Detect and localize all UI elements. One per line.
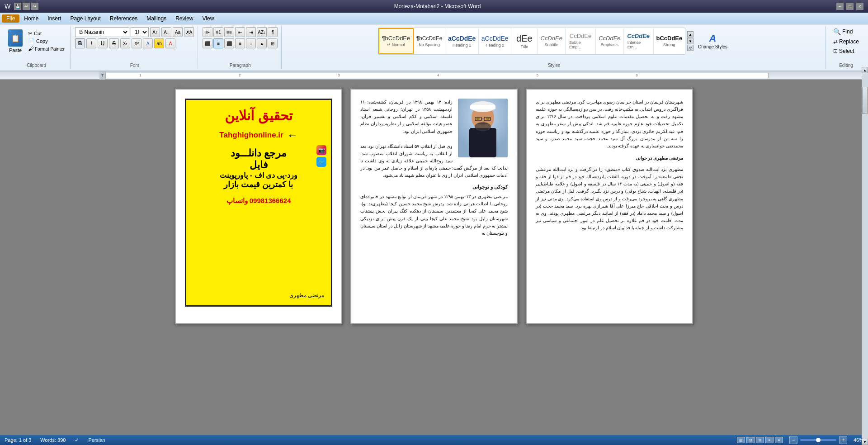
scroll-down-button[interactable]: ▼ bbox=[862, 439, 868, 445]
paste-button[interactable]: 📋 Paste bbox=[6, 28, 24, 54]
format-painter-button[interactable]: 🖌 Format Painter bbox=[26, 45, 66, 52]
style-title[interactable]: dEe Title bbox=[511, 28, 538, 54]
paste-label: Paste bbox=[9, 47, 22, 53]
ruler-mark-4: 4 bbox=[437, 73, 439, 77]
select-icon: ⊡ bbox=[833, 48, 838, 54]
language-indicator[interactable]: Persian bbox=[88, 437, 105, 443]
find-icon: 🔍 bbox=[833, 28, 841, 35]
social-icons: 📷 🐦 bbox=[316, 145, 326, 167]
ribbon: 📋 Paste ✂ Cut 📄 Copy 🖌 bbox=[0, 24, 868, 71]
grow-font-button[interactable]: A↑ bbox=[150, 27, 160, 37]
style-scroll-up[interactable]: ▲ bbox=[687, 31, 693, 38]
menu-item-mailings[interactable]: Mailings bbox=[142, 14, 171, 23]
editing-label: Editing bbox=[827, 62, 865, 68]
zoom-slider[interactable] bbox=[800, 439, 836, 441]
zoom-in-button[interactable]: + bbox=[839, 436, 847, 444]
show-hide-button[interactable]: ¶ bbox=[268, 27, 278, 37]
draft-icon[interactable]: ≡ bbox=[775, 437, 783, 443]
superscript-button[interactable]: X² bbox=[132, 38, 142, 48]
list-row: ≡• ≡1 ≡≡ ⇤ ⇥ AZ↓ ¶ bbox=[203, 27, 278, 37]
outline-icon[interactable]: ≡ bbox=[765, 437, 774, 443]
style-subtitle[interactable]: CcDdEe Subtitle bbox=[538, 28, 566, 54]
instagram-icon[interactable]: 📷 bbox=[316, 145, 326, 155]
style-strong[interactable]: bCcDdEe Strong bbox=[654, 28, 685, 54]
italic-button[interactable]: I bbox=[86, 38, 96, 48]
twitter-icon[interactable]: 🐦 bbox=[316, 157, 326, 167]
decrease-indent-button[interactable]: ⇤ bbox=[235, 27, 245, 37]
ruler-corner[interactable]: ⊤ bbox=[99, 71, 106, 80]
menu-item-insert[interactable]: Insert bbox=[43, 14, 66, 23]
numbering-button[interactable]: ≡1 bbox=[213, 27, 223, 37]
line-spacing-button[interactable]: ↕ bbox=[246, 38, 256, 48]
replace-button[interactable]: ⇄ Replace bbox=[830, 38, 862, 46]
sort-button[interactable]: AZ↓ bbox=[257, 27, 267, 37]
style-scroll-more[interactable]: ▽ bbox=[687, 45, 693, 51]
replace-icon: ⇄ bbox=[833, 38, 838, 45]
bold-button[interactable]: B bbox=[75, 38, 85, 48]
ruler-mark-6: 6 bbox=[636, 73, 637, 77]
borders-button[interactable]: ⊞ bbox=[268, 38, 278, 48]
font-style-row: B I U S X₂ X² A ab A bbox=[75, 38, 194, 48]
subscript-button[interactable]: X₂ bbox=[120, 38, 130, 48]
close-button[interactable]: × bbox=[856, 3, 863, 10]
shading-button[interactable]: ▲ bbox=[257, 38, 267, 48]
style-no-spacing[interactable]: ¶bCcDdEe No Spacing bbox=[414, 28, 445, 54]
align-center-button[interactable]: ≡ bbox=[213, 38, 223, 48]
change-case-button[interactable]: Aa bbox=[173, 27, 183, 37]
menu-item-home[interactable]: Home bbox=[19, 14, 43, 23]
copy-button[interactable]: 📄 Copy bbox=[26, 38, 66, 45]
menu-item-review[interactable]: Review bbox=[171, 14, 198, 23]
text-effects-button[interactable]: A bbox=[143, 38, 153, 48]
scroll-track[interactable] bbox=[862, 73, 868, 439]
page-indicator: Page: 1 of 3 bbox=[5, 437, 31, 443]
highlight-button[interactable]: ab bbox=[154, 38, 164, 48]
person-photo bbox=[458, 99, 508, 157]
quick-undo-icon[interactable]: ↩ bbox=[23, 3, 30, 10]
find-button[interactable]: 🔍 Find bbox=[830, 27, 862, 36]
style-intense-emp[interactable]: CcDdEe Intense Em... bbox=[624, 28, 654, 54]
style-normal[interactable]: ¶bCcDdEe ↵ Normal bbox=[378, 28, 414, 54]
style-emphasis[interactable]: CcDdEe Emphasis bbox=[596, 28, 624, 54]
cut-icon: ✂ bbox=[28, 30, 33, 37]
select-button[interactable]: ⊡ Select bbox=[830, 47, 862, 55]
web-layout-icon[interactable]: ⊞ bbox=[756, 437, 764, 443]
style-heading2[interactable]: aCcDdEe Heading 2 bbox=[479, 28, 511, 54]
menu-item-view[interactable]: View bbox=[198, 14, 219, 23]
change-styles-button[interactable]: A Change Styles bbox=[695, 31, 730, 51]
spell-check[interactable]: ✓ bbox=[75, 437, 79, 443]
strikethrough-button[interactable]: S bbox=[109, 38, 119, 48]
restore-button[interactable]: □ bbox=[846, 3, 854, 10]
quick-save-icon[interactable]: 💾 bbox=[14, 3, 21, 10]
ad-line1: مرجع دانلـــود bbox=[193, 147, 324, 159]
print-layout-icon[interactable]: ▤ bbox=[737, 437, 745, 443]
clear-formatting-button[interactable]: ✗A bbox=[184, 27, 194, 37]
style-scroll-down[interactable]: ▼ bbox=[687, 38, 693, 44]
font-color-button[interactable]: A bbox=[165, 38, 175, 48]
zoom-thumb bbox=[816, 438, 821, 442]
styles-group: ¶bCcDdEe ↵ Normal ¶bCcDdEe No Spacing aC… bbox=[283, 26, 826, 69]
quick-redo-icon[interactable]: ↪ bbox=[31, 3, 38, 10]
cut-button[interactable]: ✂ Cut bbox=[26, 30, 66, 37]
increase-indent-button[interactable]: ⇥ bbox=[246, 27, 256, 37]
style-subtle-emp[interactable]: CcDdEe Subtle Emp... bbox=[566, 28, 596, 54]
scroll-up-button[interactable]: ▲ bbox=[862, 67, 868, 73]
menu-item-pagelayout[interactable]: Page Layout bbox=[66, 14, 105, 23]
menu-item-references[interactable]: References bbox=[105, 14, 142, 23]
zoom-out-button[interactable]: − bbox=[789, 436, 797, 444]
font-size-select[interactable]: 16 bbox=[131, 27, 149, 37]
shrink-font-button[interactable]: A↓ bbox=[161, 27, 171, 37]
bullets-button[interactable]: ≡• bbox=[203, 27, 212, 37]
minimize-button[interactable]: − bbox=[836, 3, 844, 10]
menu-item-file[interactable]: File bbox=[2, 14, 19, 23]
underline-button[interactable]: U bbox=[98, 38, 108, 48]
full-screen-icon[interactable]: ⊡ bbox=[746, 437, 755, 443]
font-name-select[interactable]: B Nazanin bbox=[75, 27, 129, 37]
justify-button[interactable]: ≡ bbox=[235, 38, 245, 48]
align-right-button[interactable]: ⬛ bbox=[224, 38, 234, 48]
ruler-bar: 1 2 3 4 5 6 bbox=[106, 73, 769, 78]
align-left-button[interactable]: ⬛ bbox=[203, 38, 212, 48]
multilevel-button[interactable]: ≡≡ bbox=[224, 27, 234, 37]
style-heading1[interactable]: aCcDdEe Heading 1 bbox=[445, 28, 479, 54]
clipboard-label: Clipboard bbox=[3, 62, 70, 68]
scroll-thumb[interactable] bbox=[862, 87, 868, 114]
